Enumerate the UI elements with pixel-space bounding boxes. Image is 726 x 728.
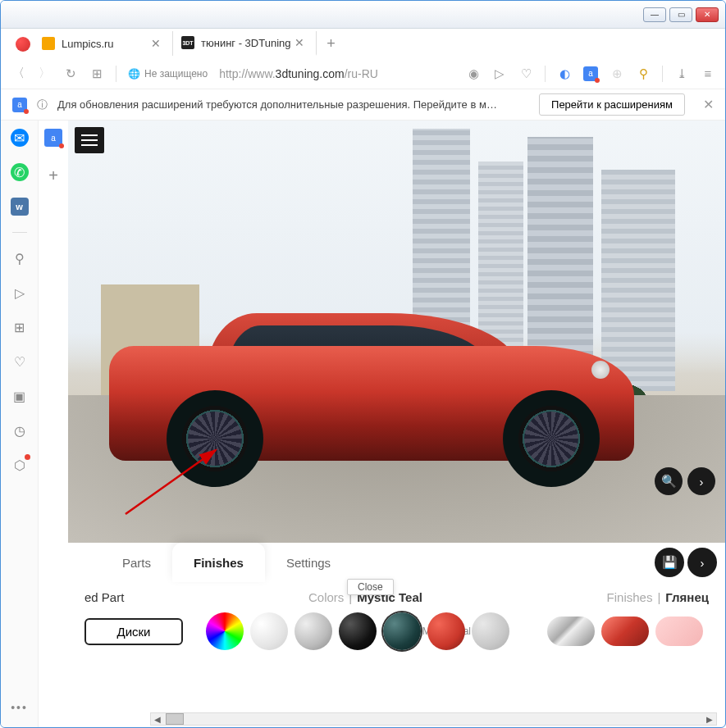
new-tab-button[interactable]: + <box>322 34 341 53</box>
favicon-3dt-icon: 3DT <box>181 36 194 49</box>
url-path: /ru-RU <box>345 67 378 80</box>
divider <box>545 66 546 82</box>
minimize-button[interactable]: — <box>643 7 666 22</box>
color-white-swatch[interactable] <box>250 612 288 650</box>
close-tab-icon[interactable]: ✕ <box>148 37 164 50</box>
tab-3dtuning[interactable]: 3DT тюнинг - 3DTuning ✕ <box>173 31 317 56</box>
speeddial-icon[interactable]: ⊞ <box>89 66 104 81</box>
zoom-button[interactable]: 🔍 <box>655 467 683 495</box>
scroll-left-icon[interactable]: ◀ <box>151 713 164 725</box>
tab-lumpics[interactable]: Lumpics.ru ✕ <box>34 31 173 56</box>
sep: | <box>657 590 660 604</box>
color-red-swatch[interactable] <box>427 612 465 650</box>
send-icon[interactable]: ▷ <box>492 66 507 81</box>
current-finish-name: Глянец <box>665 590 709 604</box>
finish-gloss[interactable] <box>601 617 649 646</box>
download-icon[interactable]: ⤓ <box>674 66 689 81</box>
add-workspace-button[interactable]: + <box>44 166 62 184</box>
finish-matte[interactable] <box>655 617 703 646</box>
car-preview[interactable]: 3DT 🔍 › <box>68 121 725 543</box>
address-bar: 〈 〉 ↻ ⊞ 🌐 Не защищено http://www.3dtunin… <box>1 58 725 89</box>
swatches-row: Диски <box>68 607 725 663</box>
close-notification-icon[interactable]: ✕ <box>703 97 714 112</box>
tab-bar: Lumpics.ru ✕ 3DT тюнинг - 3DTuning ✕ + <box>1 29 725 58</box>
tab-finishes[interactable]: Finishes <box>172 543 265 582</box>
opera-logo-icon[interactable] <box>16 37 30 52</box>
easysetup-icon[interactable]: ≡ <box>701 66 715 81</box>
toolbar-right: ◉ ▷ ♡ ◐ a ⊕ ⚲ ⤓ ≡ <box>466 66 715 82</box>
config-tabs: Parts Finishes Settings Close 💾 › <box>68 543 725 582</box>
messenger-icon[interactable]: ✉ <box>11 129 29 147</box>
speeddial-icon[interactable]: ⊞ <box>11 318 29 336</box>
globe-icon: 🌐 <box>128 68 140 80</box>
finishes-label: Finishes <box>607 590 653 604</box>
tab-label: Lumpics.ru <box>62 38 114 50</box>
url-domain: 3dtuning.com <box>276 67 345 80</box>
url-input[interactable]: http://www.3dtuning.com/ru-RU <box>219 67 454 80</box>
fuel-cap <box>591 361 610 379</box>
horizontal-scrollbar[interactable]: ◀ ▶ <box>150 712 717 726</box>
color-mystic-teal-swatch[interactable] <box>383 612 421 650</box>
extension-icon[interactable]: ⊕ <box>610 66 624 81</box>
labels-row: ed Part Colors | Mystic Teal Finishes | … <box>68 582 725 607</box>
divider <box>662 66 663 82</box>
tab-label: тюнинг - 3DTuning <box>201 37 291 49</box>
forward-button[interactable]: 〉 <box>37 66 52 81</box>
colors-label: Colors <box>308 590 344 604</box>
wand-icon[interactable]: ⚲ <box>636 66 651 81</box>
history-icon[interactable]: ◷ <box>11 421 29 439</box>
opera-sidebar: ✉ ✆ w ⚲ ▷ ⊞ ♡ ▣ ◷ ⬡ ••• <box>1 121 39 727</box>
car-model: 3DT <box>84 297 659 494</box>
security-indicator[interactable]: 🌐 Не защищено <box>128 68 208 80</box>
color-grey-swatch[interactable] <box>472 612 509 650</box>
window-frame: — ▭ ✕ Lumpics.ru ✕ 3DT тюнинг - 3DTuning… <box>0 0 726 728</box>
translate-icon[interactable]: a <box>583 66 598 81</box>
next-view-button[interactable]: › <box>687 467 715 495</box>
selected-part-label: ed Part <box>84 590 124 604</box>
reload-button[interactable]: ↻ <box>63 66 78 81</box>
rear-wheel <box>503 390 600 487</box>
more-icon[interactable]: ••• <box>11 701 28 714</box>
tab-settings[interactable]: Settings <box>265 543 352 582</box>
color-silver-swatch[interactable] <box>295 612 332 650</box>
news-icon[interactable]: ▣ <box>11 387 29 405</box>
vk-icon[interactable]: w <box>11 198 29 216</box>
translate-ext-icon: a <box>12 98 27 112</box>
info-icon: ⓘ <box>37 98 48 112</box>
whatsapp-icon[interactable]: ✆ <box>11 163 29 181</box>
security-label: Не защищено <box>144 68 208 80</box>
adblock-icon[interactable]: ◐ <box>557 66 572 81</box>
page-content: 3DT 🔍 › Parts Finishes Settings Cl <box>68 121 725 727</box>
color-black-swatch[interactable] <box>339 612 377 650</box>
goto-extensions-button[interactable]: Перейти к расширениям <box>539 93 685 116</box>
maximize-button[interactable]: ▭ <box>669 7 692 22</box>
bookmarks-icon[interactable]: ♡ <box>11 353 29 371</box>
workspace-translate-icon[interactable]: a <box>44 129 62 147</box>
notification-bar: a ⓘ Для обновления расширений требуются … <box>1 89 725 121</box>
save-controls: 💾 › <box>655 548 717 577</box>
notification-text: Для обновления расширений требуются допо… <box>57 98 529 111</box>
close-window-button[interactable]: ✕ <box>696 7 719 22</box>
save-button[interactable]: 💾 <box>655 548 684 577</box>
front-wheel <box>167 390 263 487</box>
menu-button[interactable] <box>75 127 104 153</box>
workspace-bar: a + <box>39 121 68 727</box>
camera-icon[interactable]: ◉ <box>466 66 481 81</box>
tab-parts[interactable]: Parts <box>101 543 172 582</box>
finish-chrome[interactable] <box>547 617 595 646</box>
heart-icon[interactable]: ♡ <box>518 66 533 81</box>
close-tooltip: Close <box>347 579 394 595</box>
scroll-right-icon[interactable]: ▶ <box>703 713 716 725</box>
extensions-icon[interactable]: ⬡ <box>11 456 29 474</box>
search-icon[interactable]: ⚲ <box>11 249 29 267</box>
color-picker-swatch[interactable] <box>206 612 244 650</box>
titlebar: — ▭ ✕ <box>1 1 725 29</box>
save-more-button[interactable]: › <box>687 548 717 577</box>
divider <box>12 232 27 233</box>
divider <box>116 66 116 82</box>
back-button[interactable]: 〈 <box>11 66 25 81</box>
part-select[interactable]: Диски <box>84 618 183 645</box>
flow-icon[interactable]: ▷ <box>11 284 29 302</box>
close-tab-icon[interactable]: ✕ <box>291 36 308 49</box>
scrollbar-thumb[interactable] <box>166 713 184 725</box>
